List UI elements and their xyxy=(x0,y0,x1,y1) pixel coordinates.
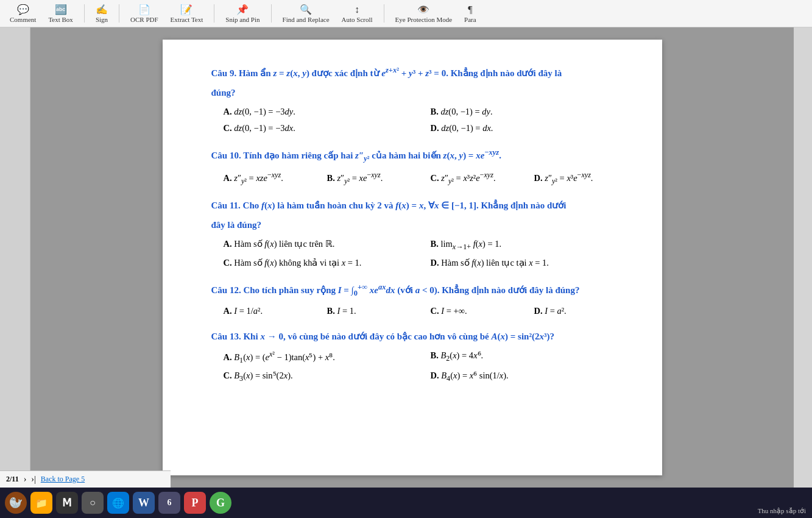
search-app-icon: ○ xyxy=(90,497,96,508)
taskbar-651[interactable]: 6 xyxy=(158,492,180,514)
autoscroll-icon: ↕️ xyxy=(355,4,359,15)
q13-title: Câu 13. Khi x → 0, vô cùng bé nào dưới đ… xyxy=(211,329,626,344)
toolbar-comment[interactable]: 💬 Comment xyxy=(6,2,40,24)
separator-4 xyxy=(271,4,272,23)
taskbar-text-editor[interactable]: Ⅿ xyxy=(56,492,78,514)
q12-number: Câu 12. xyxy=(211,285,241,295)
toolbar-eye-label: Eye Protection Mode xyxy=(395,16,452,23)
document-view[interactable]: Câu 9. Hàm ẩn z = z(x, y) được xác định … xyxy=(30,27,794,488)
toolbar-autoscroll[interactable]: ↕️ Auto Scroll xyxy=(338,3,376,24)
toolbar: 💬 Comment 🔤 Text Box ✍️ Sign 📄 OCR PDF 📝… xyxy=(0,0,812,27)
q12-answer-d: D. I = a². xyxy=(534,304,626,318)
q10-answer-c: C. z″y² = x³z²e−xyz. xyxy=(431,169,522,187)
mascot-icon: 🦭 xyxy=(9,496,23,509)
q10-answers: A. z″y² = xze−xyz. B. z″y² = xe−xyz. C. … xyxy=(224,169,626,187)
pdf-page: Câu 9. Hàm ẩn z = z(x, y) được xác định … xyxy=(163,40,662,475)
left-panel xyxy=(0,27,30,488)
toolbar-textbox-label: Text Box xyxy=(48,16,72,23)
toolbar-ocr-label: OCR PDF xyxy=(130,16,158,23)
q9-text2: đúng? xyxy=(211,85,626,100)
q13-answers: A. B1(x) = (ex² − 1)tan(x⁵) + x⁸. B. B2(… xyxy=(224,349,626,385)
toolbar-extract[interactable]: 📝 Extract Text xyxy=(167,2,207,24)
page-number-label: 2/11 xyxy=(6,475,19,484)
q13-text: Khi x → 0, vô cùng bé nào dưới đây có bậ… xyxy=(243,332,554,341)
q12-answer-c: C. I = +∞. xyxy=(431,304,522,318)
taskbar-edge[interactable]: 🌐 xyxy=(107,492,129,514)
taskbar-file-manager[interactable]: 📁 xyxy=(30,492,52,514)
chrome-icon: G xyxy=(216,497,225,509)
q9-answer-d: D. dz(0, −1) = dx. xyxy=(431,121,626,135)
q11-answers: A. Hàm số f(x) liên tục trên ℝ. B. limx→… xyxy=(224,237,626,269)
toolbar-snip-label: Snip and Pin xyxy=(225,16,259,23)
q11-text2: đây là đúng? xyxy=(211,218,626,232)
find-replace-label: Find and Replace xyxy=(283,16,330,23)
toolbar-sign[interactable]: ✍️ Sign xyxy=(92,2,111,24)
eye-icon: 👁️ xyxy=(417,4,429,15)
right-panel xyxy=(794,27,812,488)
toolbar-sign-label: Sign xyxy=(96,16,108,23)
q13-answer-c: C. B3(x) = sin⁵(2x). xyxy=(224,369,418,385)
q9-number: Câu 9. xyxy=(211,68,237,78)
taskbar-word[interactable]: W xyxy=(133,492,155,514)
question-11: Câu 11. Cho f(x) là hàm tuần hoàn chu kỳ… xyxy=(211,198,626,269)
word-icon: W xyxy=(138,497,149,509)
separator-1 xyxy=(84,4,85,23)
q10-text: Tính đạo hàm riêng cấp hai z″y² của hàm … xyxy=(243,151,501,160)
q13-answer-b: B. B2(x) = 4x⁶. xyxy=(431,349,626,366)
extract-icon: 📝 xyxy=(180,4,192,15)
snip-icon: 📌 xyxy=(236,4,249,15)
q13-answer-d: D. B4(x) = x⁶ sin(1/x). xyxy=(431,369,626,385)
taskbar-search[interactable]: ○ xyxy=(82,492,104,514)
q11-text: Cho f(x) là hàm tuần hoàn chu kỳ 2 và f(… xyxy=(243,200,567,210)
q11-number: Câu 11. xyxy=(211,200,241,210)
taskbar-pdf[interactable]: P xyxy=(184,492,206,514)
q11-answer-a: A. Hàm số f(x) liên tục trên ℝ. xyxy=(224,237,418,253)
question-12: Câu 12. Cho tích phân suy rộng I = ∫0+∞ … xyxy=(211,281,626,318)
page-navigation-bar: 2/11 › ›| Back to Page 5 xyxy=(0,470,171,488)
q9-answers: A. dz(0, −1) = −3dy. B. dz(0, −1) = dy. … xyxy=(224,105,626,135)
toolbar-find-replace[interactable]: 🔍 Find and Replace xyxy=(279,2,333,24)
sign-icon: ✍️ xyxy=(96,4,108,15)
q12-title: Câu 12. Cho tích phân suy rộng I = ∫0+∞ … xyxy=(211,281,626,299)
q13-answer-a: A. B1(x) = (ex² − 1)tan(x⁵) + x⁸. xyxy=(224,349,418,366)
question-10: Câu 10. Tính đạo hàm riêng cấp hai z″y² … xyxy=(211,146,626,187)
toolbar-eye-protection[interactable]: 👁️ Eye Protection Mode xyxy=(392,2,456,24)
toolbar-extract-label: Extract Text xyxy=(171,16,203,23)
back-to-page-label[interactable]: Back to Page 5 xyxy=(41,475,85,484)
q9-text: Hàm ẩn z = z(x, y) được xác định từ ez+x… xyxy=(239,68,562,78)
next-page-btn[interactable]: ›| xyxy=(31,475,35,484)
taskbar-mascot[interactable]: 🦭 xyxy=(5,492,27,514)
ocr-icon: 📄 xyxy=(138,4,150,15)
separator-3 xyxy=(214,4,214,23)
q9-title: Câu 9. Hàm ẩn z = z(x, y) được xác định … xyxy=(211,64,626,80)
toolbar-snip[interactable]: 📌 Snip and Pin xyxy=(222,2,263,24)
text-editor-icon: Ⅿ xyxy=(62,496,72,509)
toolbar-textbox[interactable]: 🔤 Text Box xyxy=(44,2,76,24)
prev-page-btn[interactable]: › xyxy=(24,475,27,484)
question-13: Câu 13. Khi x → 0, vô cùng bé nào dưới đ… xyxy=(211,329,626,385)
q9-answer-b: B. dz(0, −1) = dy. xyxy=(431,105,626,119)
file-manager-icon: 📁 xyxy=(35,497,48,509)
textbox-icon: 🔤 xyxy=(55,4,67,15)
separator-2 xyxy=(119,4,119,23)
separator-5 xyxy=(384,4,384,23)
toolbar-para[interactable]: ¶ Para xyxy=(461,3,480,24)
comment-icon: 💬 xyxy=(17,4,29,15)
find-replace-icon: 🔍 xyxy=(300,4,312,15)
q12-answer-a: A. I = 1/a². xyxy=(224,304,315,318)
q11-answer-c: C. Hàm số f(x) không khả vi tại x = 1. xyxy=(224,256,418,270)
para-icon: ¶ xyxy=(468,4,472,15)
question-9: Câu 9. Hàm ẩn z = z(x, y) được xác định … xyxy=(211,64,626,135)
q9-answer-a: A. dz(0, −1) = −3dy. xyxy=(224,105,418,119)
toolbar-autoscroll-label: Auto Scroll xyxy=(342,16,373,23)
q11-answer-b: B. limx→1+ f(x) = 1. xyxy=(431,237,626,253)
taskbar: 🦭 📁 Ⅿ ○ 🌐 W 6 P G Thu nhập sắp tới xyxy=(0,488,812,518)
q11-answer-d: D. Hàm số f(x) liên tục tại x = 1. xyxy=(431,256,626,270)
q9-answer-c: C. dz(0, −1) = −3dx. xyxy=(224,121,418,135)
q12-answers: A. I = 1/a². B. I = 1. C. I = +∞. D. I =… xyxy=(224,304,626,318)
system-tray: Thu nhập sắp tới xyxy=(758,507,806,515)
sys-tray-text: Thu nhập sắp tới xyxy=(758,507,806,514)
taskbar-chrome[interactable]: G xyxy=(210,492,231,514)
toolbar-ocr[interactable]: 📄 OCR PDF xyxy=(127,2,162,24)
q12-answer-b: B. I = 1. xyxy=(327,304,418,318)
